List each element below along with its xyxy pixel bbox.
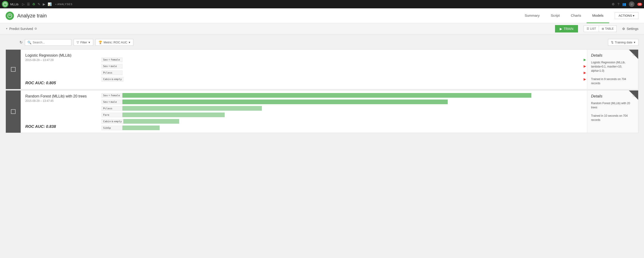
roc-auc-0: ROC AUC: 0.805: [25, 67, 95, 85]
list-item: Sex = female ▶: [102, 57, 587, 63]
main-content: ↻ 🔍 ▽ Filter ▾ 🏆 Metric: ROC AUC ▾ ⇅ Tra…: [0, 34, 644, 139]
search-icon: 🔍: [28, 41, 31, 44]
card-info-1: Random Forest (MLLib) with 20 trees 2015…: [21, 90, 100, 133]
table-row: Logistic Regression (MLLib) 2015-09-29 –…: [6, 49, 638, 89]
details-title-1: Details: [591, 94, 634, 98]
model-list: Logistic Regression (MLLib) 2015-09-29 –…: [6, 49, 638, 133]
details-description-1: Random Forest (MLLib) with 20 trees Trai…: [591, 101, 634, 122]
page-title: Analyze train: [17, 13, 47, 19]
filter-button[interactable]: ▽ Filter ▾: [74, 39, 93, 46]
header-logo: [6, 11, 14, 20]
card-features-0: Sex = female ▶ Sex = male ▶: [100, 50, 587, 89]
sort-dropdown[interactable]: ⇅ Training date ▾: [608, 39, 638, 46]
card-info-0: Logistic Regression (MLLib) 2015-09-29 –…: [21, 50, 100, 89]
card-checkbox-0[interactable]: [6, 50, 21, 89]
list-item: Sex = female: [102, 92, 587, 98]
card-details-1: ☆ Details Random Forest (MLLib) with 20 …: [587, 90, 638, 133]
filter-icon: ▽: [77, 41, 79, 44]
tab-script[interactable]: Script: [545, 8, 565, 23]
details-description-0: Logistic Regression (MLLib, lambda=0.1, …: [591, 60, 634, 85]
play-icon[interactable]: ▶: [43, 2, 45, 6]
svg-point-1: [8, 13, 12, 18]
metric-dropdown[interactable]: 🏆 Metric: ROC AUC ▾: [96, 39, 133, 46]
avatar[interactable]: U: [629, 1, 634, 7]
topbar-icons: ▷ ☰ ♻ ✎ ▶ 📊: [22, 2, 52, 6]
settings-area[interactable]: ⚙ Settings: [622, 27, 638, 31]
edit-icon[interactable]: ✎: [38, 2, 40, 6]
details-title-0: Details: [591, 53, 634, 57]
stack-icon[interactable]: ☰: [27, 2, 30, 6]
model-date-0: 2015-09-29 – 13:47:29: [25, 58, 95, 62]
app-logo: [2, 1, 8, 7]
list-item: Cabin is empty: [102, 118, 587, 124]
metric-chevron-icon: ▾: [129, 41, 130, 44]
search-input[interactable]: [33, 41, 69, 44]
users-icon[interactable]: 👥: [622, 2, 626, 6]
header-nav: Summary Script Charts Models: [519, 8, 609, 23]
feature-bar: [122, 126, 160, 130]
feature-bar: [122, 113, 225, 117]
list-item: SibSp: [102, 125, 587, 131]
list-item: Pclass: [102, 105, 587, 111]
feature-arrow-icon: ▶: [582, 77, 587, 81]
roc-auc-1: ROC AUC: 0.838: [25, 110, 95, 129]
filter-chevron-icon: ▾: [88, 41, 90, 44]
predict-survived-label[interactable]: ▼ Predict Survived ⚙: [6, 27, 37, 31]
settings-gear-icon: ⚙: [622, 27, 625, 31]
star-button-1[interactable]: ☆: [632, 93, 636, 98]
actions-button[interactable]: ACTIONS ▾: [615, 12, 638, 19]
table-view-button[interactable]: ⊞ TABLE: [599, 25, 616, 32]
list-item: Pclass ▶: [102, 70, 587, 76]
view-toggle: ☰ LIST ⊞ TABLE: [584, 25, 616, 32]
gear-icon[interactable]: ⚙: [612, 2, 615, 6]
toolbar-row: ↻ 🔍 ▽ Filter ▾ 🏆 Metric: ROC AUC ▾ ⇅ Tra…: [6, 39, 638, 46]
checkbox-square-0[interactable]: [11, 67, 16, 72]
feature-bar: [122, 106, 262, 111]
feature-arrow-icon: ▶: [582, 64, 587, 68]
list-item: Sex = male: [102, 99, 587, 105]
trophy-icon: 🏆: [98, 41, 102, 44]
help-icon[interactable]: ?: [618, 2, 619, 6]
search-box[interactable]: 🔍: [25, 39, 71, 46]
nav-arrow-icon[interactable]: ▷: [22, 2, 25, 6]
list-item: Cabin is empty ▶: [102, 76, 587, 82]
brand-name: MLLib: [10, 2, 18, 6]
model-date-1: 2015-09-29 – 13:47:45: [25, 99, 95, 103]
refresh-button[interactable]: ↻: [20, 40, 22, 44]
feature-bar: [122, 93, 531, 98]
list-item: Sex = male ▶: [102, 63, 587, 69]
chart-icon[interactable]: 📊: [48, 2, 52, 6]
card-details-0: ☆ Details Logistic Regression (MLLib, la…: [587, 50, 638, 89]
model-name-0: Logistic Regression (MLLib): [25, 53, 95, 57]
checkbox-square-1[interactable]: [11, 109, 16, 114]
predict-arrow-icon: ▼: [6, 27, 8, 30]
sort-icon: ⇅: [611, 41, 614, 44]
card-features-1: Sex = female Sex = male: [100, 90, 587, 133]
tab-charts[interactable]: Charts: [565, 8, 586, 23]
notification-badge[interactable]: 10: [637, 3, 642, 6]
card-checkbox-1[interactable]: [6, 90, 21, 133]
train-button[interactable]: ▶ TRAIN: [555, 25, 578, 32]
model-name-1: Random Forest (MLLib) with 20 trees: [25, 94, 95, 98]
predict-gear-icon[interactable]: ⚙: [34, 27, 37, 30]
tab-summary[interactable]: Summary: [519, 8, 545, 23]
list-view-button[interactable]: ☰ LIST: [584, 25, 599, 32]
header-bar: Analyze train Summary Script Charts Mode…: [0, 8, 644, 23]
train-play-icon: ▶: [560, 27, 562, 31]
list-item: Fare: [102, 112, 587, 118]
table-icon: ⊞: [602, 27, 604, 30]
svg-point-0: [3, 2, 7, 6]
sub-header: ▼ Predict Survived ⚙ ▶ TRAIN ☰ LIST ⊞ TA…: [0, 23, 644, 34]
topbar-right: ⚙ ? 👥 U 10: [612, 1, 642, 7]
topbar: MLLib ▷ ☰ ♻ ✎ ▶ 📊 • ANALYSES ⚙ ? 👥 U 10: [0, 0, 644, 8]
list-icon: ☰: [586, 27, 589, 30]
analyses-tag: • ANALYSES: [55, 3, 72, 5]
sort-chevron-icon: ▾: [634, 41, 636, 44]
feature-bar: [122, 100, 448, 104]
table-row: Random Forest (MLLib) with 20 trees 2015…: [6, 90, 638, 133]
feature-bar: [123, 119, 179, 124]
star-button-0[interactable]: ☆: [632, 52, 636, 57]
feature-arrow-icon: ▶: [582, 71, 587, 74]
tab-models[interactable]: Models: [586, 8, 609, 23]
recycle-icon[interactable]: ♻: [32, 2, 35, 6]
